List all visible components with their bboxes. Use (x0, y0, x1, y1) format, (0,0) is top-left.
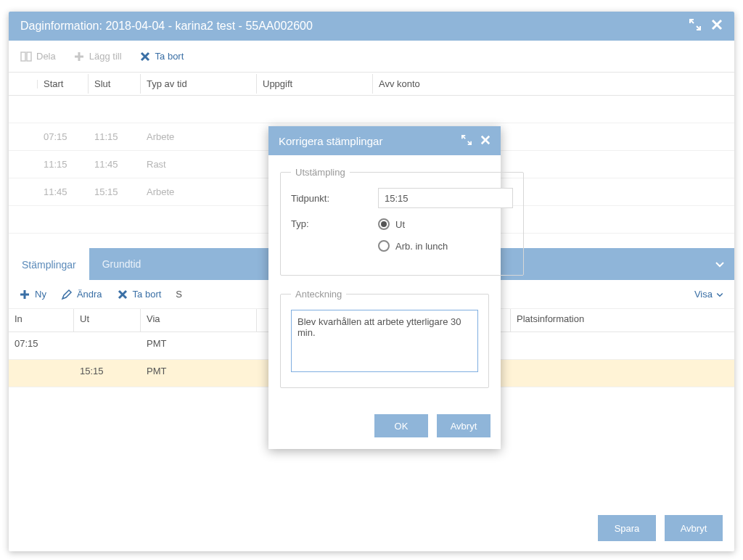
col-start: Start (38, 74, 89, 94)
ta-bort-2-button[interactable]: Ta bort (117, 289, 162, 300)
visa-label: Visa (694, 289, 713, 300)
modal-close-icon[interactable] (480, 135, 490, 147)
typ-label: Typ: (291, 218, 378, 229)
svg-rect-0 (21, 52, 25, 61)
col-in: In (9, 309, 74, 332)
modal-ok-button[interactable]: OK (374, 414, 428, 437)
table-row[interactable] (9, 96, 734, 123)
utstampling-fieldset: Utstämpling Tidpunkt: Typ: Ut Arb. (280, 167, 524, 276)
radio-icon (378, 240, 390, 252)
anteckning-fieldset: Anteckning (280, 289, 489, 388)
modal-expand-icon[interactable] (461, 135, 472, 147)
dela-label: Dela (36, 51, 56, 62)
tidpunkt-label: Tidpunkt: (291, 193, 378, 204)
radio-ut-label: Ut (395, 219, 405, 230)
dela-button[interactable]: Dela (20, 51, 56, 62)
ny-label: Ny (35, 289, 46, 300)
col-uppgift: Uppgift (257, 74, 373, 94)
visa-dropdown[interactable]: Visa (694, 289, 724, 300)
andra-label: Ändra (77, 289, 102, 300)
s-label: S (176, 289, 182, 300)
close-icon[interactable] (711, 19, 723, 33)
modal-titlebar: Korrigera stämplingar (268, 126, 501, 155)
col-typ: Typ av tid (141, 74, 257, 94)
lagg-till-button[interactable]: Lägg till (73, 51, 122, 62)
ta-bort-2-label: Ta bort (133, 289, 162, 300)
chevron-down-icon[interactable] (705, 248, 734, 280)
tab-grundtid[interactable]: Grundtid (89, 248, 155, 280)
avbryt-button[interactable]: Avbryt (665, 515, 723, 541)
ta-bort-label: Ta bort (155, 51, 184, 62)
window-footer: Spara Avbryt (598, 515, 723, 541)
schedule-header-row: Start Slut Typ av tid Uppgift Avv konto (9, 73, 734, 96)
ny-button[interactable]: Ny (19, 289, 46, 300)
col-plats: Platsinformation (511, 309, 734, 332)
radio-ut[interactable]: Ut (378, 218, 448, 230)
korrigera-modal: Korrigera stämplingar Utstämpling Tidpun… (268, 126, 501, 449)
svg-rect-1 (27, 52, 31, 61)
utstampling-legend: Utstämpling (291, 167, 350, 178)
radio-arb-in-lunch[interactable]: Arb. in lunch (378, 240, 448, 252)
s-button[interactable]: S (176, 289, 182, 300)
window-title: Daginformation: 2018-04-04 - karina2 tes… (20, 20, 313, 33)
andra-button[interactable]: Ändra (61, 289, 102, 300)
expand-icon[interactable] (689, 19, 701, 33)
anteckning-textarea[interactable] (291, 310, 478, 372)
daginformation-window: Daginformation: 2018-04-04 - karina2 tes… (9, 12, 734, 551)
top-toolbar: Dela Lägg till Ta bort (9, 41, 734, 73)
col-via: Via (141, 309, 257, 332)
radio-icon (378, 218, 390, 230)
radio-arb-label: Arb. in lunch (395, 241, 448, 252)
lagg-till-label: Lägg till (89, 51, 122, 62)
window-titlebar: Daginformation: 2018-04-04 - karina2 tes… (9, 12, 734, 41)
spara-button[interactable]: Spara (598, 515, 656, 541)
modal-footer: OK Avbryt (268, 407, 501, 449)
col-slut: Slut (89, 74, 141, 94)
ta-bort-button[interactable]: Ta bort (139, 51, 184, 62)
anteckning-legend: Anteckning (291, 289, 346, 300)
tab-stamplingar[interactable]: Stämplingar (9, 248, 89, 280)
modal-title-text: Korrigera stämplingar (279, 135, 382, 147)
modal-avbryt-button[interactable]: Avbryt (437, 414, 490, 437)
col-ut: Ut (74, 309, 141, 332)
tidpunkt-input[interactable] (378, 188, 513, 208)
col-avv: Avv konto (373, 74, 734, 94)
